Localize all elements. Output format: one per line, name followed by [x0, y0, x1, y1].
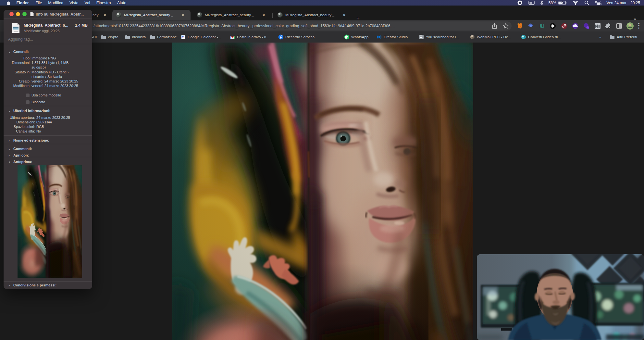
svg-text:5: 5	[587, 26, 588, 29]
svg-text:31: 31	[182, 36, 184, 39]
